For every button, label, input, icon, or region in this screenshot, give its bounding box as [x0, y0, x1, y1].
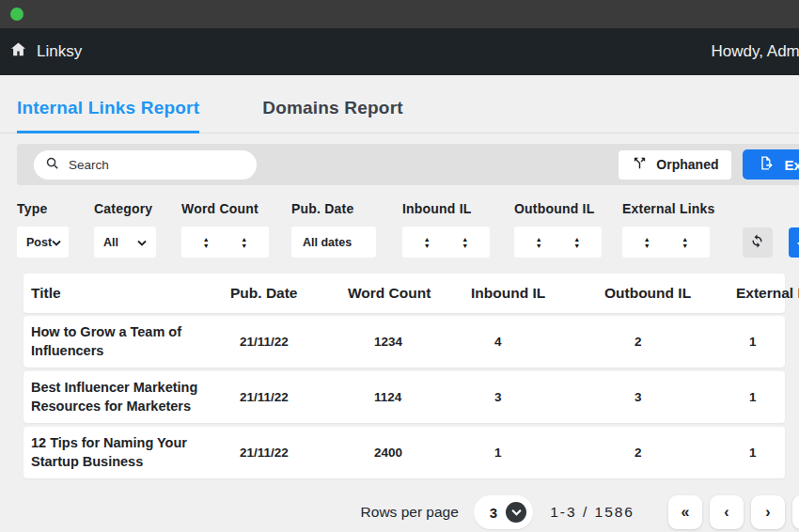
orphaned-filter-button[interactable]: Orphaned	[619, 150, 731, 180]
column-header-inbound-il[interactable]: Inbound IL	[471, 285, 604, 302]
filter-word-count: Word Count ▲ ▼ ▲ ▼	[181, 201, 269, 258]
column-header-pub-date[interactable]: Pub. Date	[230, 285, 348, 302]
inbound-il-min-stepper[interactable]: ▲ ▼	[424, 236, 431, 249]
previous-page-button[interactable]: ‹	[710, 495, 744, 529]
first-page-button[interactable]: «	[668, 495, 702, 529]
inbound-il-cell: 4	[471, 335, 604, 349]
chevron-down-icon	[52, 236, 61, 249]
pub-date-select[interactable]: All dates	[291, 227, 376, 258]
next-page-button[interactable]: ›	[751, 495, 785, 529]
chevron-down-circle-icon	[506, 502, 526, 523]
table-row[interactable]: How to Grow a Team of Influencers 21/11/…	[24, 316, 785, 368]
column-header-outbound-il[interactable]: Outbound IL	[604, 285, 736, 302]
site-home-link[interactable]: Linksy	[9, 40, 82, 63]
filter-inbound-il: Inbound IL ▲ ▼ ▲ ▼	[402, 201, 490, 258]
refresh-icon	[749, 233, 765, 252]
rows-per-page-value: 3	[490, 505, 497, 521]
tab-internal-links-report[interactable]: Internal Links Report	[17, 83, 199, 133]
filter-type: Type Post	[17, 201, 69, 258]
external-links-label: External Links	[622, 201, 715, 216]
window-traffic-light-icon[interactable]	[10, 8, 24, 21]
spinner-up-icon[interactable]: ▲	[573, 236, 580, 243]
search-box[interactable]	[34, 150, 257, 180]
export-button[interactable]: Export	[743, 149, 799, 180]
external-links-min-stepper[interactable]: ▲ ▼	[644, 236, 650, 249]
refresh-button[interactable]	[743, 227, 773, 258]
spinner-down-icon[interactable]: ▼	[573, 243, 580, 249]
column-header-external-links[interactable]: External Links	[736, 285, 799, 302]
type-select[interactable]: Post	[17, 227, 69, 258]
spinner-down-icon[interactable]: ▼	[241, 243, 247, 249]
type-label: Type	[17, 201, 69, 216]
last-page-button[interactable]: »	[792, 495, 799, 529]
table-row[interactable]: Best Influencer Marketing Resources for …	[24, 371, 785, 423]
report-tabs: Internal Links Report Domains Report	[0, 83, 799, 133]
inbound-il-max-stepper[interactable]: ▲ ▼	[462, 236, 468, 249]
rows-per-page-select[interactable]: 3	[474, 495, 533, 529]
post-title[interactable]: 12 Tips for Naming Your Startup Business	[31, 434, 230, 471]
spinner-up-icon[interactable]: ▲	[644, 236, 650, 243]
filters-row: Type Post Category All Word Count ▲ ▼ ▲ …	[0, 185, 799, 258]
table-row[interactable]: 12 Tips for Naming Your Startup Business…	[24, 427, 785, 478]
outbound-il-min-stepper[interactable]: ▲ ▼	[536, 236, 542, 249]
post-title[interactable]: How to Grow a Team of Influencers	[31, 323, 230, 360]
admin-bar: Linksy Howdy, Admin	[0, 28, 799, 75]
chevron-down-icon	[137, 236, 147, 249]
post-title[interactable]: Best Influencer Marketing Resources for …	[31, 379, 230, 415]
spinner-up-icon[interactable]: ▲	[462, 236, 468, 243]
filter-category: Category All	[94, 201, 156, 258]
word-count-min-stepper[interactable]: ▲ ▼	[203, 236, 210, 249]
column-header-word-count[interactable]: Word Count	[348, 285, 471, 302]
word-count-max-stepper[interactable]: ▲ ▼	[241, 236, 247, 249]
pager-buttons: « ‹ › »	[668, 495, 799, 529]
table-header-row: Title Pub. Date Word Count Inbound IL Ou…	[24, 274, 785, 313]
internal-links-table: Title Pub. Date Word Count Inbound IL Ou…	[24, 274, 799, 478]
inbound-il-range[interactable]: ▲ ▼ ▲ ▼	[402, 227, 490, 258]
column-header-title[interactable]: Title	[31, 285, 230, 302]
inbound-il-label: Inbound IL	[402, 201, 490, 216]
filter-outbound-il: Outbound IL ▲ ▼ ▲ ▼	[514, 201, 602, 258]
external-links-cell: 1	[736, 390, 799, 404]
spinner-up-icon[interactable]: ▲	[536, 236, 542, 243]
search-input[interactable]	[69, 158, 245, 172]
outbound-il-max-stepper[interactable]: ▲ ▼	[573, 236, 580, 249]
pub-date-value: All dates	[303, 236, 352, 249]
inbound-il-cell: 1	[471, 446, 604, 460]
word-count-range[interactable]: ▲ ▼ ▲ ▼	[181, 227, 269, 258]
word-count-label: Word Count	[181, 201, 269, 216]
actions-toolbar: Orphaned Export	[17, 144, 799, 185]
home-icon	[9, 40, 27, 63]
outbound-il-cell: 3	[604, 390, 736, 404]
sort-button[interactable]	[789, 227, 799, 258]
spinner-up-icon[interactable]: ▲	[424, 236, 431, 243]
external-links-cell: 1	[736, 446, 799, 460]
spinner-down-icon[interactable]: ▼	[682, 243, 688, 249]
spinner-down-icon[interactable]: ▼	[424, 243, 431, 249]
spinner-up-icon[interactable]: ▲	[682, 236, 688, 243]
call-split-icon	[632, 155, 648, 174]
export-label: Export	[784, 157, 799, 173]
spinner-up-icon[interactable]: ▲	[203, 236, 210, 243]
spinner-down-icon[interactable]: ▼	[203, 243, 210, 249]
spinner-up-icon[interactable]: ▲	[241, 236, 247, 243]
word-count-cell: 2400	[348, 446, 471, 460]
orphaned-label: Orphaned	[656, 157, 718, 172]
outbound-il-cell: 2	[604, 446, 736, 460]
word-count-cell: 1234	[348, 335, 471, 349]
howdy-user-menu[interactable]: Howdy, Admin	[712, 42, 799, 61]
spinner-down-icon[interactable]: ▼	[536, 243, 542, 249]
export-file-icon	[758, 155, 774, 174]
outbound-il-range[interactable]: ▲ ▼ ▲ ▼	[514, 227, 602, 258]
pub-date-cell: 21/11/22	[230, 335, 348, 349]
external-links-range[interactable]: ▲ ▼ ▲ ▼	[622, 227, 710, 258]
tab-domains-report[interactable]: Domains Report	[262, 83, 403, 133]
inbound-il-cell: 3	[471, 390, 604, 404]
spinner-down-icon[interactable]: ▼	[462, 243, 468, 249]
category-select[interactable]: All	[94, 227, 156, 258]
pub-date-label: Pub. Date	[291, 201, 376, 216]
search-icon	[45, 156, 59, 174]
spinner-down-icon[interactable]: ▼	[644, 243, 650, 249]
filter-pub-date: Pub. Date All dates	[291, 201, 376, 258]
external-links-max-stepper[interactable]: ▲ ▼	[682, 236, 688, 249]
brand-label: Linksy	[37, 42, 82, 61]
